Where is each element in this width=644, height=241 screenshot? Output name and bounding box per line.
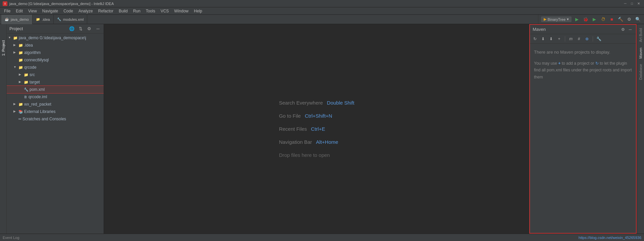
tree-arrow-0: ▼ — [8, 36, 12, 40]
shortcut-row-4: Drop files here to open — [279, 152, 330, 158]
menu-item-vcs[interactable]: VCS — [158, 8, 172, 14]
search-everywhere-button[interactable]: 🔍 — [635, 16, 641, 23]
close-button[interactable]: ✕ — [636, 1, 641, 6]
profile-button[interactable]: ⏱ — [600, 16, 606, 23]
shortcut-key-3: Alt+Home — [316, 139, 338, 145]
tree-icon-8: 🗎 — [24, 95, 28, 99]
tree-item-4[interactable]: ▼ 📁 qrcode — [7, 64, 104, 71]
tree-item-9[interactable]: ▶ 📁 wx_red_packet — [7, 101, 104, 108]
add-content-button[interactable]: 🌐 — [69, 26, 75, 32]
menu-item-view[interactable]: View — [25, 8, 40, 14]
tree-item-0[interactable]: ▼ 📁 java_demo G:\idea\java_demospace\j — [7, 34, 104, 42]
shortcut-label-1: Go to File — [279, 113, 301, 119]
tree-item-5[interactable]: ▶ 📁 src — [7, 71, 104, 78]
project-tree: ▼ 📁 java_demo G:\idea\java_demospace\j ▶… — [7, 34, 104, 234]
settings-sidebar-button[interactable]: ⚙ — [86, 26, 92, 32]
tree-icon-6: 📁 — [24, 80, 29, 84]
tree-arrow-11 — [13, 117, 17, 121]
tree-label-8: qrcode.iml — [29, 95, 47, 99]
shortcut-label-2: Recent Files — [279, 126, 307, 132]
menu-item-refactor[interactable]: Refactor — [96, 8, 116, 14]
maven-wrench-button[interactable]: 🔧 — [596, 36, 602, 42]
settings-toolbar-button[interactable]: ⚙ — [626, 16, 633, 23]
tree-icon-7: 🔧 — [24, 87, 29, 92]
maven-vtab[interactable]: Maven — [638, 45, 644, 61]
shortcut-row-0: Search EverywhereDouble Shift — [279, 100, 355, 106]
minimize-button[interactable]: ─ — [623, 1, 628, 6]
tree-label-5: src — [30, 72, 35, 77]
coverage-button[interactable]: ▶ — [591, 16, 598, 23]
stop-button[interactable]: ■ — [608, 16, 615, 23]
menu-bar: FileEditViewNavigateCodeAnalyzeRefactorB… — [0, 7, 644, 15]
maven-add-button[interactable]: + — [556, 36, 562, 42]
editor-area: Search EverywhereDouble ShiftGo to FileC… — [104, 24, 529, 234]
build-button[interactable]: 🔨 — [617, 16, 624, 23]
tree-item-10[interactable]: ▶ 📚 External Libraries — [7, 108, 104, 115]
maven-content: There are no Maven projects to display. … — [530, 44, 636, 233]
tree-arrow-8 — [19, 95, 23, 99]
run-button[interactable]: ▶ — [574, 16, 580, 23]
scroll-from-source-button[interactable]: ⇅ — [77, 26, 84, 32]
tree-icon-3: 📁 — [18, 58, 23, 62]
menu-item-analyze[interactable]: Analyze — [76, 8, 96, 14]
tree-item-1[interactable]: ▶ 📁 .idea — [7, 42, 104, 49]
database-vtab[interactable]: Database — [638, 61, 644, 82]
tab-java_demo[interactable]: ☕java_demo — [1, 15, 33, 24]
tree-label-7: pom.xml — [30, 87, 45, 92]
maven-generate-button[interactable]: ⬇ — [540, 36, 546, 42]
art-build-vtab[interactable]: Art Build — [638, 25, 644, 45]
tree-icon-10: 📚 — [18, 110, 23, 114]
menu-item-edit[interactable]: Edit — [13, 8, 25, 14]
menu-item-help[interactable]: Help — [191, 8, 205, 14]
menu-item-window[interactable]: Window — [171, 8, 191, 14]
tree-label-10: External Libraries — [24, 109, 55, 114]
tab-idea[interactable]: 📁.idea — [33, 15, 54, 24]
tree-icon-5: 📁 — [24, 73, 29, 77]
tree-item-6[interactable]: ▶ 📁 target — [7, 78, 104, 86]
maven-reload-button[interactable]: ↻ — [532, 36, 538, 42]
tree-item-3[interactable]: 📁 connectMysql — [7, 56, 104, 64]
maximize-button[interactable]: □ — [629, 1, 635, 6]
maven-skip-button[interactable]: # — [576, 36, 582, 42]
status-url: https://blog.csdn.net/weixin_45265936 — [579, 236, 641, 240]
menu-item-build[interactable]: Build — [116, 8, 130, 14]
event-log-label[interactable]: Event Log — [3, 236, 579, 240]
run-config-selector[interactable]: ▶ BinaryTree ▾ — [541, 16, 572, 22]
app-icon: I — [3, 1, 7, 6]
tree-item-7[interactable]: 🔧 pom.xml — [7, 86, 104, 93]
sidebar-title: Project — [9, 26, 66, 31]
menu-item-file[interactable]: File — [1, 8, 13, 14]
maven-minimize-button[interactable]: ─ — [627, 26, 633, 33]
tree-icon-11: ✏ — [18, 117, 21, 121]
maven-download-button[interactable]: ⬇ — [548, 36, 554, 42]
sidebar-header: Project 🌐 ⇅ ⚙ ─ — [7, 24, 104, 34]
menu-item-navigate[interactable]: Navigate — [40, 8, 61, 14]
status-bar: Event Log https://blog.csdn.net/weixin_4… — [0, 234, 644, 241]
tree-label-3: connectMysql — [24, 58, 49, 62]
tree-icon-1: 📁 — [18, 43, 23, 48]
project-vtab[interactable]: 1: Project — [1, 38, 6, 58]
tree-label-2: algorithm — [24, 50, 41, 55]
maven-settings-button[interactable]: ⚙ — [620, 26, 626, 33]
collapse-sidebar-button[interactable]: ─ — [95, 26, 101, 32]
tree-label-9: wx_red_packet — [24, 102, 51, 107]
tab-modulesxml[interactable]: 🔧modules.xml — [54, 15, 88, 24]
menu-item-run[interactable]: Run — [130, 8, 143, 14]
shortcut-row-3: Navigation BarAlt+Home — [279, 139, 338, 145]
maven-toolbar-sep2 — [593, 36, 593, 42]
maven-m-button[interactable]: m — [568, 36, 574, 42]
shortcut-row-2: Recent FilesCtrl+E — [279, 126, 325, 132]
tree-label-0: java_demo G:\idea\java_demospace\j — [19, 36, 86, 40]
maven-panel-title: Maven — [533, 27, 619, 32]
menu-item-code[interactable]: Code — [61, 8, 76, 14]
tree-arrow-6: ▶ — [19, 80, 23, 84]
shortcut-label-0: Search Everywhere — [279, 100, 323, 106]
menu-item-tools[interactable]: Tools — [143, 8, 158, 14]
tree-item-11[interactable]: ✏ Scratches and Consoles — [7, 115, 104, 123]
run-config-dropdown-icon[interactable]: ▾ — [567, 17, 569, 21]
tree-label-11: Scratches and Consoles — [22, 117, 66, 121]
maven-update-button[interactable]: ⊕ — [584, 36, 590, 42]
tree-item-8[interactable]: 🗎 qrcode.iml — [7, 93, 104, 101]
tree-item-2[interactable]: ▶ 📁 algorithm — [7, 49, 104, 56]
debug-button[interactable]: 🐞 — [582, 16, 589, 23]
